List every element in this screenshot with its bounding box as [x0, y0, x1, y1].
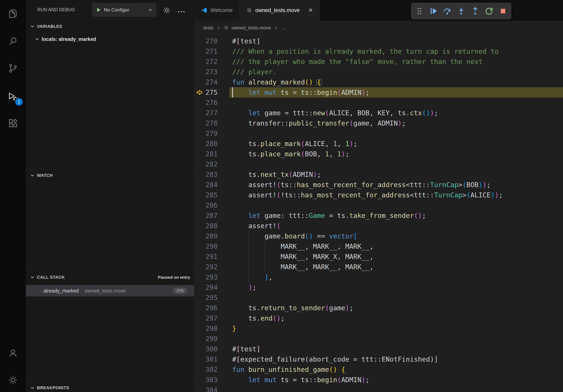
code-line[interactable]: 282	[194, 159, 563, 169]
code-line[interactable]: 278 transfer::public_transfer(game, ADMI…	[194, 118, 563, 128]
line-number[interactable]: 288	[194, 221, 218, 231]
debug-config-dropdown[interactable]: No Configur	[92, 3, 156, 17]
activity-explorer[interactable]	[0, 3, 26, 25]
line-number[interactable]: 271	[194, 46, 218, 56]
code-text[interactable]: );	[232, 282, 563, 292]
close-tab-icon[interactable]: ✕	[308, 7, 313, 13]
code-line[interactable]: 298}	[194, 323, 563, 334]
code-line[interactable]: 270#[test]	[194, 36, 563, 46]
line-number[interactable]: 303	[194, 375, 218, 385]
code-editor[interactable]: 270#[test]271/// When a position is alre…	[194, 35, 563, 392]
code-line[interactable]: 274fun already_marked() {	[194, 77, 563, 87]
code-line[interactable]: 277 let game = ttt::new(ALICE, BOB, KEY,…	[194, 108, 563, 118]
line-number[interactable]: 289	[194, 231, 218, 241]
settings-button[interactable]	[0, 369, 26, 391]
line-number[interactable]: 277	[194, 108, 218, 118]
code-text[interactable]: MARK__, MARK__, MARK__,	[232, 241, 563, 251]
line-number[interactable]: 278	[194, 118, 218, 128]
line-number[interactable]: 286	[194, 200, 218, 210]
stop-button[interactable]	[497, 3, 510, 19]
line-number[interactable]: 292	[194, 262, 218, 272]
code-text[interactable]: /// the player who made the "false" move…	[232, 56, 563, 67]
line-number[interactable]: 296	[194, 303, 218, 313]
step-into-button[interactable]	[455, 3, 468, 19]
code-line[interactable]: 271/// When a position is already marked…	[194, 46, 563, 56]
line-number[interactable]: 270	[194, 36, 218, 46]
variables-section-header[interactable]: VARIABLES	[26, 21, 194, 32]
code-line[interactable]: 273/// player.	[194, 67, 563, 77]
line-number[interactable]: 276	[194, 97, 218, 108]
line-number[interactable]: 300	[194, 344, 218, 354]
code-text[interactable]: fun burn_unfinished_game() {	[232, 364, 563, 375]
activity-search[interactable]	[0, 30, 26, 52]
code-text[interactable]: ts.place_mark(BOB, 1, 1);	[232, 149, 563, 159]
line-number[interactable]: 279	[194, 128, 218, 139]
code-text[interactable]: ],	[232, 272, 563, 282]
code-text[interactable]: assert!(ts::has_most_recent_for_address<…	[232, 180, 563, 190]
line-number[interactable]: 293	[194, 272, 218, 282]
code-line[interactable]: 301#[expected_failure(abort_code = ttt::…	[194, 354, 563, 364]
code-line[interactable]: 287 let game: ttt::Game = ts.take_from_s…	[194, 210, 563, 221]
code-text[interactable]: assert!(!ts::has_most_recent_for_address…	[232, 190, 563, 200]
call-stack-section-header[interactable]: CALL STACK Paused on entry	[26, 272, 194, 283]
code-line[interactable]: 288 assert!(	[194, 221, 563, 231]
code-line[interactable]: 275 let mut ts = ts::begin(ADMIN);	[194, 87, 563, 97]
line-number[interactable]: 283	[194, 169, 218, 180]
restart-button[interactable]	[483, 3, 496, 19]
code-line[interactable]: 281 ts.place_mark(BOB, 1, 1);	[194, 149, 563, 159]
tab-owned-tests-move[interactable]: owned_tests.move ✕	[240, 0, 320, 21]
code-line[interactable]: 302fun burn_unfinished_game() {	[194, 364, 563, 375]
stack-frame-row[interactable]: already_marked owned_tests.move 275	[26, 285, 194, 297]
line-number[interactable]: 280	[194, 139, 218, 149]
line-number[interactable]: 297	[194, 313, 218, 323]
code-text[interactable]: MARK__, MARK_X, MARK__,	[232, 251, 563, 262]
code-line[interactable]: 272/// the player who made the "false" m…	[194, 56, 563, 67]
code-line[interactable]: 284 assert!(ts::has_most_recent_for_addr…	[194, 180, 563, 190]
line-number[interactable]: 274	[194, 77, 218, 87]
watch-section-header[interactable]: WATCH	[26, 170, 194, 181]
code-line[interactable]: 294 );	[194, 282, 563, 292]
code-line[interactable]: 304	[194, 385, 563, 392]
code-line[interactable]: 290 MARK__, MARK__, MARK__,	[194, 241, 563, 251]
code-line[interactable]: 280 ts.place_mark(ALICE, 1, 1);	[194, 139, 563, 149]
code-text[interactable]: /// player.	[232, 67, 563, 77]
code-text[interactable]: ts.return_to_sender(game);	[232, 303, 563, 313]
line-number[interactable]: 301	[194, 354, 218, 364]
line-number[interactable]: 294	[194, 282, 218, 292]
code-text[interactable]: ts.end();	[232, 313, 563, 323]
code-text[interactable]: let game: ttt::Game = ts.take_from_sende…	[232, 210, 563, 221]
variables-scope-row[interactable]: locals: already_marked	[26, 34, 194, 45]
code-line[interactable]: 276	[194, 97, 563, 108]
line-number[interactable]: 273	[194, 67, 218, 77]
line-number[interactable]: 302	[194, 364, 218, 375]
code-text[interactable]: #[test]	[232, 344, 563, 354]
activity-run-and-debug[interactable]: 1	[0, 86, 26, 108]
code-text[interactable]: #[expected_failure(abort_code = ttt::ENo…	[232, 354, 563, 364]
code-text[interactable]: }	[232, 323, 563, 334]
code-line[interactable]: 279	[194, 128, 563, 139]
code-line[interactable]: 293 ],	[194, 272, 563, 282]
line-number[interactable]: 304	[194, 385, 218, 392]
code-text[interactable]: transfer::public_transfer(game, ADMIN);	[232, 118, 563, 128]
line-number[interactable]: 282	[194, 159, 218, 169]
code-text[interactable]: game.board() == vector[	[232, 231, 563, 241]
code-text[interactable]: assert!(	[232, 221, 563, 231]
breadcrumb-file[interactable]: owned_tests.move	[231, 25, 271, 31]
toolbar-drag-gripper[interactable]	[413, 3, 426, 19]
line-number[interactable]: 291	[194, 251, 218, 262]
code-line[interactable]: 299	[194, 334, 563, 344]
step-out-button[interactable]	[469, 3, 482, 19]
code-text[interactable]: let mut ts = ts::begin(ADMIN);	[232, 375, 563, 385]
code-text[interactable]: /// When a position is already marked, t…	[232, 46, 563, 56]
code-line[interactable]: 292 MARK__, MARK__, MARK__,	[194, 262, 563, 272]
activity-extensions[interactable]	[0, 112, 26, 134]
code-line[interactable]: 289 game.board() == vector[	[194, 231, 563, 241]
continue-button[interactable]	[427, 3, 440, 19]
line-number[interactable]: 272	[194, 56, 218, 67]
breakpoints-section-header[interactable]: BREAKPOINTS	[26, 382, 194, 392]
tab-welcome[interactable]: Welcome	[194, 0, 240, 21]
account-button[interactable]	[0, 342, 26, 364]
code-line[interactable]: 285 assert!(!ts::has_most_recent_for_add…	[194, 190, 563, 200]
step-over-button[interactable]	[441, 3, 454, 19]
line-number[interactable]: 290	[194, 241, 218, 251]
